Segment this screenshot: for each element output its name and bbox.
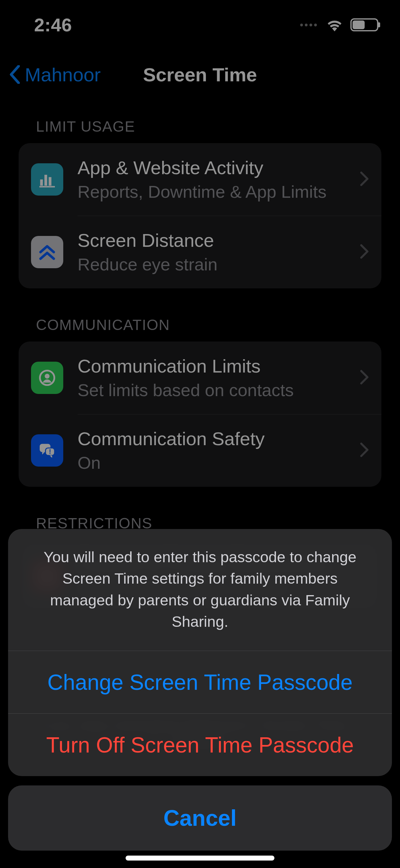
action-sheet-group: You will need to enter this passcode to … [8, 529, 392, 776]
home-indicator [126, 856, 274, 861]
svg-rect-3 [39, 186, 55, 187]
action-sheet: You will need to enter this passcode to … [8, 529, 392, 850]
cellular-dots-icon [300, 24, 317, 26]
svg-rect-2 [49, 177, 52, 186]
cancel-button[interactable]: Cancel [8, 785, 392, 850]
section-header-communication: COMMUNICATION [36, 316, 381, 333]
group-limit-usage: App & Website Activity Reports, Downtime… [19, 143, 381, 288]
row-title: Screen Distance [77, 230, 354, 251]
row-title: Communication Limits [77, 355, 354, 377]
svg-rect-0 [40, 180, 43, 186]
row-subtitle: Set limits based on contacts [77, 380, 354, 400]
row-title: App & Website Activity [77, 157, 354, 179]
section-header-limit-usage: LIMIT USAGE [36, 118, 381, 135]
chevron-left-icon [9, 65, 21, 84]
chevron-right-icon [360, 369, 369, 386]
battery-icon [351, 18, 378, 31]
svg-point-5 [45, 374, 49, 379]
wifi-icon [326, 18, 343, 31]
status-time: 2:46 [34, 14, 72, 36]
back-button[interactable]: Mahnoor [9, 64, 101, 86]
chevron-right-icon [360, 171, 369, 188]
group-communication: Communication Limits Set limits based on… [19, 341, 381, 487]
svg-rect-1 [44, 175, 47, 186]
nav-bar: Mahnoor Screen Time [0, 56, 400, 93]
page-title: Screen Time [143, 64, 257, 86]
status-icons [300, 18, 378, 31]
turn-off-passcode-button[interactable]: Turn Off Screen Time Passcode [8, 713, 392, 776]
chevron-right-icon [360, 442, 369, 459]
svg-text:!: ! [49, 448, 51, 456]
screen-distance-icon [31, 236, 63, 268]
row-subtitle: Reports, Downtime & App Limits [77, 182, 354, 202]
row-screen-distance[interactable]: Screen Distance Reduce eye strain [19, 216, 381, 288]
chevron-right-icon [360, 244, 369, 260]
status-bar: 2:46 [0, 0, 400, 50]
action-sheet-message: You will need to enter this passcode to … [8, 529, 392, 651]
row-communication-limits[interactable]: Communication Limits Set limits based on… [19, 341, 381, 414]
communication-safety-icon: ! [31, 434, 63, 467]
row-app-website-activity[interactable]: App & Website Activity Reports, Downtime… [19, 143, 381, 216]
change-passcode-button[interactable]: Change Screen Time Passcode [8, 651, 392, 713]
communication-limits-icon [31, 362, 63, 394]
activity-icon [31, 163, 63, 195]
back-label: Mahnoor [25, 64, 101, 86]
row-communication-safety[interactable]: ! Communication Safety On [19, 414, 381, 487]
row-subtitle: On [77, 453, 354, 473]
row-subtitle: Reduce eye strain [77, 254, 354, 274]
row-title: Communication Safety [77, 428, 354, 450]
